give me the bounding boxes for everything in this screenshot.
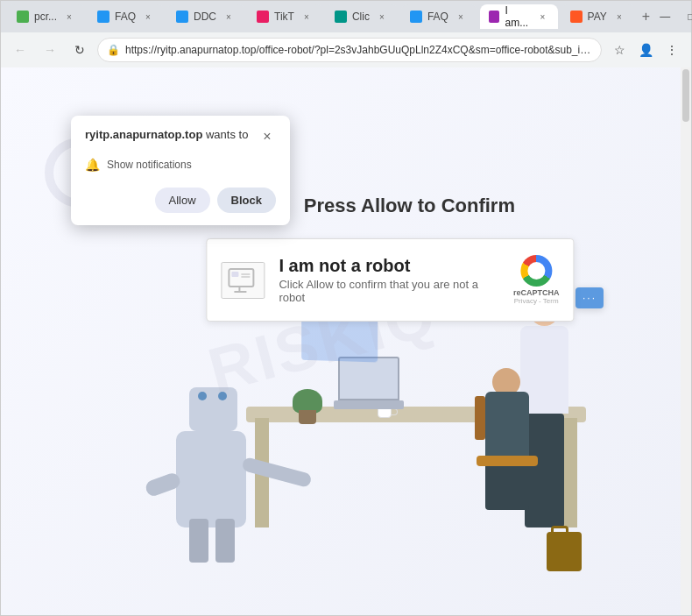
bell-icon: 🔔 bbox=[85, 158, 100, 172]
reload-button[interactable]: ↻ bbox=[67, 38, 92, 62]
tab-close-2[interactable]: × bbox=[141, 10, 155, 24]
tab-favicon-4 bbox=[257, 11, 269, 23]
new-tab-button[interactable]: + bbox=[642, 6, 650, 27]
url-text: https://ryitp.anapurnatop.top/office-rob… bbox=[125, 44, 592, 56]
tab-close-8[interactable]: × bbox=[612, 10, 626, 24]
laptop-base bbox=[334, 400, 404, 409]
scrollbar[interactable] bbox=[681, 67, 691, 615]
tab-ddc[interactable]: DDC × bbox=[167, 4, 244, 29]
recaptcha-brand-label: reCAPTCHA bbox=[513, 288, 560, 297]
message-dots: ··· bbox=[583, 292, 597, 304]
captcha-subtitle: Click Allow to confirm that you are not … bbox=[279, 278, 498, 304]
lock-icon: 🔒 bbox=[107, 44, 120, 56]
tab-iam[interactable]: I am... × bbox=[480, 4, 558, 29]
page-background: RISKIQ bbox=[1, 67, 691, 615]
tab-label-1: pcr... bbox=[34, 11, 57, 23]
tab-label-5: Clic bbox=[352, 11, 370, 23]
robot-body bbox=[176, 431, 246, 527]
notification-wants-to: wants to bbox=[202, 128, 248, 141]
tab-favicon-5 bbox=[335, 11, 347, 23]
standing-person-legs bbox=[525, 414, 564, 527]
forward-button[interactable]: → bbox=[38, 38, 62, 62]
tab-favicon-2 bbox=[97, 11, 109, 23]
url-bar[interactable]: 🔒 https://ryitp.anapurnatop.top/office-r… bbox=[97, 38, 602, 62]
notification-close-button[interactable]: × bbox=[258, 128, 276, 145]
show-notifications-label: Show notifications bbox=[107, 159, 192, 171]
window-controls: — □ ✕ bbox=[653, 8, 692, 25]
recaptcha-badge: reCAPTCHA Privacy - Term bbox=[513, 255, 560, 305]
page-content: RISKIQ bbox=[1, 67, 691, 615]
notification-header: ryitp.anapurnatop.top wants to × bbox=[85, 128, 276, 145]
laptop-screen bbox=[338, 357, 399, 400]
tab-close-4[interactable]: × bbox=[300, 10, 314, 24]
captcha-card: I am not a robot Click Allow to confirm … bbox=[206, 238, 574, 322]
tab-favicon-8 bbox=[570, 11, 583, 23]
tab-clic[interactable]: Clic × bbox=[326, 4, 398, 29]
captcha-text-block: I am not a robot Click Allow to confirm … bbox=[279, 256, 498, 304]
tab-favicon-7 bbox=[489, 11, 500, 23]
captcha-monitor-icon bbox=[221, 262, 265, 299]
robot-head bbox=[189, 387, 237, 431]
tab-label-8: PAY bbox=[588, 11, 607, 23]
tab-pay[interactable]: PAY × bbox=[561, 4, 635, 29]
recaptcha-logo bbox=[520, 255, 552, 287]
plant-pot bbox=[299, 410, 316, 424]
bag bbox=[547, 532, 582, 571]
tab-label-6: FAQ bbox=[427, 11, 448, 23]
tab-label-4: TikT bbox=[274, 11, 294, 23]
tab-label-2: FAQ bbox=[115, 11, 136, 23]
robot-leg-left bbox=[189, 519, 208, 563]
recaptcha-inner bbox=[527, 262, 545, 280]
robot-eye-left bbox=[198, 392, 207, 400]
tab-close-5[interactable]: × bbox=[375, 10, 389, 24]
tab-pcr[interactable]: pcr... × bbox=[8, 4, 85, 29]
notification-site: ryitp.anapurnatop.top bbox=[85, 128, 202, 141]
robot-arm-right bbox=[241, 457, 312, 488]
tab-tikt[interactable]: TikT × bbox=[248, 4, 322, 29]
scrollbar-thumb[interactable] bbox=[682, 69, 689, 122]
tab-favicon-3 bbox=[176, 11, 188, 23]
back-button[interactable]: ← bbox=[8, 38, 32, 62]
account-button[interactable]: 👤 bbox=[633, 38, 658, 62]
svg-rect-3 bbox=[231, 272, 238, 277]
chair-seat bbox=[477, 456, 538, 466]
notification-title: ryitp.anapurnatop.top wants to bbox=[85, 128, 248, 143]
tab-label-3: DDC bbox=[194, 11, 216, 23]
tab-close-7[interactable]: × bbox=[536, 10, 548, 24]
tab-favicon-6 bbox=[410, 11, 422, 23]
notification-buttons: Allow Block bbox=[85, 188, 276, 213]
notification-popup: ryitp.anapurnatop.top wants to × 🔔 Show … bbox=[71, 116, 290, 225]
browser-window: pcr... × FAQ × DDC × TikT × Clic × FAQ × bbox=[0, 0, 692, 616]
tab-label-7: I am... bbox=[505, 4, 531, 29]
robot-eye-right bbox=[218, 392, 227, 400]
minimize-button[interactable]: — bbox=[653, 8, 676, 25]
show-notifications-row: 🔔 Show notifications bbox=[85, 154, 276, 175]
address-actions: ☆ 👤 ⋮ bbox=[607, 38, 684, 62]
press-allow-heading: Press Allow to Confirm bbox=[304, 195, 515, 217]
bookmark-button[interactable]: ☆ bbox=[607, 38, 632, 62]
tab-close-6[interactable]: × bbox=[454, 10, 468, 24]
tab-close-1[interactable]: × bbox=[62, 10, 76, 24]
sitting-man-body bbox=[485, 392, 529, 462]
tab-favicon-1 bbox=[17, 11, 29, 23]
block-button[interactable]: Block bbox=[217, 188, 276, 213]
captcha-title: I am not a robot bbox=[279, 256, 498, 276]
recaptcha-links: Privacy - Term bbox=[514, 297, 559, 305]
maximize-button[interactable]: □ bbox=[680, 8, 692, 25]
title-bar: pcr... × FAQ × DDC × TikT × Clic × FAQ × bbox=[1, 1, 691, 32]
tab-faq2[interactable]: FAQ × bbox=[401, 4, 477, 29]
tab-close-3[interactable]: × bbox=[222, 10, 236, 24]
tab-faq1[interactable]: FAQ × bbox=[88, 4, 164, 29]
address-bar: ← → ↻ 🔒 https://ryitp.anapurnatop.top/of… bbox=[1, 32, 691, 67]
desk-leg-right bbox=[563, 418, 577, 527]
cup-handle bbox=[391, 408, 398, 415]
allow-button[interactable]: Allow bbox=[155, 188, 210, 213]
chair-back bbox=[475, 396, 485, 440]
message-float-icon: ··· bbox=[575, 287, 604, 308]
menu-button[interactable]: ⋮ bbox=[660, 38, 684, 62]
robot-leg-right bbox=[215, 519, 235, 563]
